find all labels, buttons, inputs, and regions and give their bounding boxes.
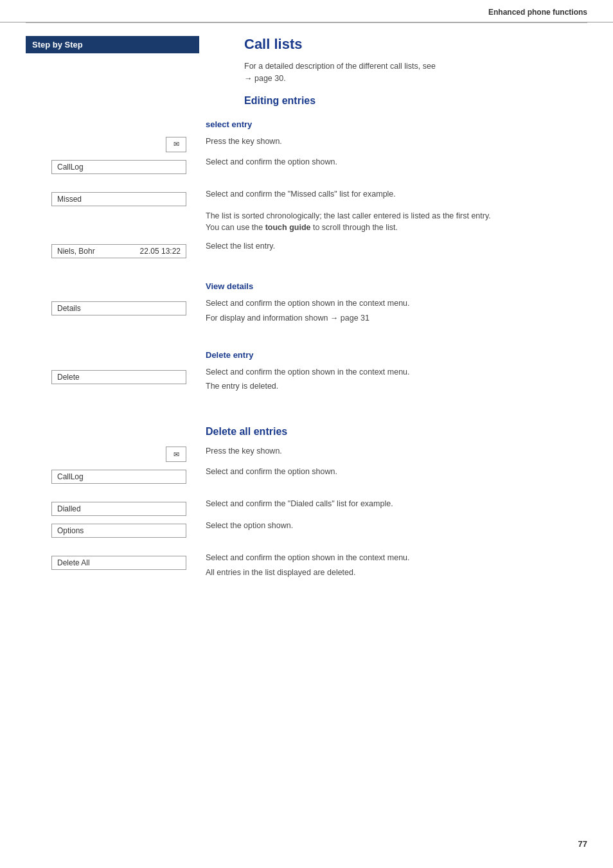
chrono-instruction: The list is sorted chronologically; the … — [199, 210, 613, 237]
dialled-instruction: Select and confirm the "Dialed calls" li… — [199, 498, 613, 510]
details-instruction: Select and confirm the option shown in t… — [199, 297, 613, 327]
delete-entry-heading-row: Delete entry — [0, 341, 613, 362]
missed-instruction: Select and confirm the "Missed calls" li… — [199, 188, 613, 200]
delete-all-instruction: Select and confirm the option shown in t… — [199, 552, 613, 581]
calllog-instruction-1: Select and confirm the option shown. — [199, 156, 613, 168]
select-entry-heading-row: select entry — [0, 111, 613, 132]
left-delete: Delete — [0, 366, 199, 384]
delete-button[interactable]: Delete — [51, 370, 186, 384]
envelope-key-icon-1: ✉ — [166, 137, 186, 152]
niels-entry[interactable]: Niels, Bohr 22.05 13:22 — [51, 244, 186, 258]
view-details-heading: View details — [199, 272, 613, 294]
delete-text-1: Select and confirm the option shown in t… — [206, 366, 613, 378]
left-options: Options — [0, 520, 199, 538]
delete-all-text-2: All entries in the list displayed are de… — [206, 567, 613, 579]
header-bar: Enhanced phone functions — [0, 0, 613, 22]
left-key-2: ✉ — [0, 445, 199, 462]
delete-all-text-1: Select and confirm the option shown in t… — [206, 552, 613, 564]
details-text: Select and confirm the option shown in t… — [206, 297, 613, 310]
right-column: Call lists For a detailed description of… — [225, 23, 587, 111]
left-column: Step by Step — [26, 23, 225, 111]
dialled-row: Dialled Select and confirm the "Dialed c… — [0, 498, 613, 516]
niels-row: Niels, Bohr 22.05 13:22 Select the list … — [0, 240, 613, 258]
calllog-button-1[interactable]: CallLog — [51, 160, 186, 174]
delete-all-row: Delete All Select and confirm the option… — [0, 552, 613, 581]
left-dialled: Dialled — [0, 498, 199, 516]
left-blank — [0, 111, 199, 112]
calllog-row-2: CallLog Select and confirm the option sh… — [0, 466, 613, 484]
delete-instruction: Select and confirm the option shown in t… — [199, 366, 613, 396]
chrono-text: The list is sorted chronologically; the … — [206, 210, 613, 235]
missed-button[interactable]: Missed — [51, 192, 186, 206]
envelope-icon-1: ✉ — [173, 140, 179, 148]
delete-all-button[interactable]: Delete All — [51, 556, 186, 570]
spacer-5 — [0, 542, 613, 548]
niels-timestamp: 22.05 13:22 — [140, 247, 181, 256]
niels-name: Niels, Bohr — [57, 247, 95, 256]
spacer-2 — [0, 262, 613, 269]
dialled-button[interactable]: Dialled — [51, 502, 186, 516]
key-instruction-2: Press the key shown. — [199, 445, 613, 457]
details-page-ref: For display and information shown → page… — [206, 312, 613, 324]
touch-guide-bold: touch guide — [265, 223, 311, 232]
key-icon-row-2: ✉ Press the key shown. — [0, 445, 613, 462]
delete-all-section-row: Delete all entries — [0, 416, 613, 441]
key-instruction-1: Press the key shown. — [199, 136, 613, 148]
page-number: 77 — [578, 839, 587, 849]
delete-entry-heading: Delete entry — [199, 341, 613, 362]
envelope-key-icon-2: ✉ — [166, 447, 186, 462]
view-details-heading-row: View details — [0, 272, 613, 294]
key-icon-row-1: ✉ Press the key shown. — [0, 136, 613, 152]
left-delete-all: Delete All — [0, 552, 199, 570]
calllog-button-2[interactable]: CallLog — [51, 470, 186, 484]
options-row: Options Select the option shown. — [0, 520, 613, 538]
left-calllog-1: CallLog — [0, 156, 199, 174]
left-blank-4 — [0, 341, 199, 342]
left-blank-5 — [0, 416, 199, 417]
editing-entries-title: Editing entries — [244, 95, 587, 107]
chrono-text-row: The list is sorted chronologically; the … — [0, 210, 613, 237]
call-lists-description: For a detailed description of the differ… — [244, 60, 587, 85]
select-entry-heading: select entry — [199, 111, 613, 132]
left-missed: Missed — [0, 188, 199, 206]
calllog-row-1: CallLog Select and confirm the option sh… — [0, 156, 613, 174]
call-lists-title: Call lists — [244, 36, 587, 53]
section-gap-1 — [0, 399, 613, 412]
niels-instruction: Select the list entry. — [199, 240, 613, 252]
left-details: Details — [0, 297, 199, 315]
spacer-4 — [0, 488, 613, 494]
delete-all-heading: Delete all entries — [199, 416, 613, 441]
details-button[interactable]: Details — [51, 301, 186, 315]
page: Enhanced phone functions Step by Step Ca… — [0, 0, 613, 868]
left-calllog-2: CallLog — [0, 466, 199, 484]
step-by-step-label: Step by Step — [26, 36, 199, 53]
delete-row: Delete Select and confirm the option sho… — [0, 366, 613, 396]
options-instruction: Select the option shown. — [199, 520, 613, 532]
envelope-icon-2: ✉ — [173, 450, 179, 459]
details-row: Details Select and confirm the option sh… — [0, 297, 613, 327]
delete-text-2: The entry is deleted. — [206, 380, 613, 393]
left-blank-2 — [0, 210, 199, 211]
left-key-1: ✉ — [0, 136, 199, 152]
header-title: Enhanced phone functions — [488, 8, 587, 17]
missed-row: Missed Select and confirm the "Missed ca… — [0, 188, 613, 206]
content-area: Step by Step Call lists For a detailed d… — [0, 23, 613, 111]
options-button[interactable]: Options — [51, 524, 186, 538]
left-niels: Niels, Bohr 22.05 13:22 — [0, 240, 199, 258]
spacer-3 — [0, 331, 613, 337]
calllog-instruction-2: Select and confirm the option shown. — [199, 466, 613, 478]
left-blank-3 — [0, 272, 199, 274]
spacer-1 — [0, 178, 613, 184]
